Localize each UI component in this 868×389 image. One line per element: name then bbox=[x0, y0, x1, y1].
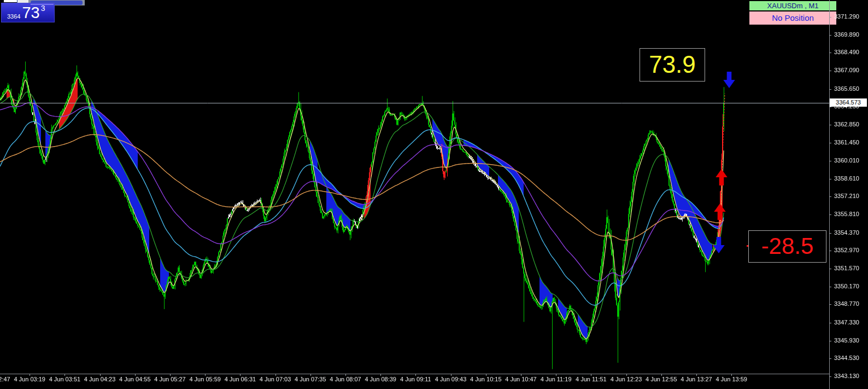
price-axis-label: 3368.490 bbox=[834, 49, 859, 55]
price-axis-tick bbox=[829, 107, 831, 107]
buy-signal-arrow-2 bbox=[714, 204, 726, 222]
time-axis-label: 4 Jun 11:51 bbox=[572, 376, 609, 382]
position-status-badge: No Position bbox=[749, 11, 836, 25]
price-axis-label: 3369.890 bbox=[834, 31, 859, 38]
bid-price-superscript: 3 bbox=[41, 5, 45, 11]
price-axis-tick bbox=[829, 53, 831, 53]
bid-box-highlight bbox=[31, 4, 54, 5]
price-axis-label: 3344.530 bbox=[834, 355, 859, 361]
time-axis-label: 4 Jun 08:07 bbox=[327, 376, 364, 382]
buy-signal-arrow-1 bbox=[715, 169, 728, 188]
price-axis-tick bbox=[829, 35, 831, 36]
time-axis-label: 4 Jun 12:23 bbox=[608, 376, 645, 382]
profit-value-box: 73.9 bbox=[640, 48, 705, 82]
time-axis-label: 4 Jun 11:19 bbox=[537, 376, 574, 382]
price-axis-label: 3343.130 bbox=[834, 373, 859, 379]
price-axis-tick bbox=[829, 323, 831, 323]
price-axis-tick bbox=[829, 304, 831, 305]
price-axis-label: 3355.810 bbox=[834, 211, 859, 217]
price-axis-tick bbox=[829, 269, 831, 269]
price-axis-label: 3348.770 bbox=[834, 300, 859, 307]
time-axis-label: 4 Jun 03:51 bbox=[46, 376, 83, 382]
time-axis-label: 4 Jun 13:27 bbox=[678, 376, 715, 382]
time-axis-label: 4 Jun 09:43 bbox=[432, 376, 470, 382]
time-axis-label: 4 Jun 07:35 bbox=[292, 376, 329, 382]
time-axis-label: 4 Jun 04:23 bbox=[81, 376, 119, 382]
time-axis[interactable]: 4 Jun 02:474 Jun 03:194 Jun 03:514 Jun 0… bbox=[0, 374, 868, 389]
sell-signal-arrow-low bbox=[713, 237, 725, 256]
bid-price-prefix: 3364 bbox=[7, 13, 20, 20]
price-axis-tick bbox=[829, 161, 831, 161]
price-axis-label: 3352.970 bbox=[834, 247, 859, 253]
price-axis-tick bbox=[829, 179, 831, 179]
price-axis-tick bbox=[829, 17, 831, 18]
time-axis-label: 4 Jun 05:59 bbox=[186, 376, 224, 382]
bid-price-box: 3364 73 3 bbox=[1, 3, 55, 22]
price-axis-tick bbox=[829, 196, 831, 197]
price-axis-tick bbox=[829, 125, 831, 125]
time-axis-label: 4 Jun 10:15 bbox=[467, 376, 505, 382]
time-axis-label: 4 Jun 05:27 bbox=[151, 376, 189, 382]
price-axis-tick bbox=[829, 251, 831, 251]
price-axis-tick bbox=[829, 143, 831, 143]
time-axis-label: 4 Jun 06:31 bbox=[221, 376, 259, 382]
red-dot bbox=[747, 245, 748, 247]
price-axis-tick bbox=[829, 287, 831, 287]
price-axis-label: 3361.450 bbox=[834, 139, 859, 146]
price-axis-label: 3347.330 bbox=[834, 319, 859, 326]
price-axis-tick bbox=[829, 71, 831, 71]
price-axis-label: 3354.370 bbox=[834, 229, 859, 236]
bid-price-big: 73 bbox=[22, 5, 39, 20]
price-axis-tick bbox=[829, 376, 831, 377]
price-axis-tick bbox=[829, 89, 831, 90]
price-axis-label: 3351.570 bbox=[834, 265, 859, 271]
price-axis-label: 3360.010 bbox=[834, 157, 859, 164]
time-axis-label: 4 Jun 08:39 bbox=[362, 376, 399, 382]
chart-window: 3364 73 3 XAUUSDm , M1 No Position 73.9 … bbox=[0, 0, 868, 389]
loss-value-box: -28.5 bbox=[748, 230, 826, 263]
window-fragment bbox=[4, 0, 17, 2]
price-axis-tick bbox=[829, 341, 831, 341]
symbol-timeframe-badge: XAUUSDm , M1 bbox=[749, 1, 836, 10]
price-axis-label: 3358.610 bbox=[834, 175, 859, 182]
price-axis-label: 3367.090 bbox=[834, 67, 859, 73]
price-axis-tick bbox=[829, 233, 831, 234]
time-axis-label: 4 Jun 09:11 bbox=[397, 376, 434, 382]
current-price-tag: 3364.573 bbox=[830, 98, 867, 107]
price-chart-canvas[interactable] bbox=[0, 0, 868, 389]
price-axis[interactable]: 3371.2903369.8903368.4903367.0903365.650… bbox=[829, 0, 868, 389]
price-axis-label: 3365.650 bbox=[834, 85, 859, 92]
price-axis-label: 3357.210 bbox=[834, 193, 859, 199]
time-axis-label: 4 Jun 03:19 bbox=[11, 376, 48, 382]
price-axis-tick bbox=[829, 358, 831, 359]
price-axis-label: 3362.850 bbox=[834, 121, 859, 127]
price-axis-label: 3371.290 bbox=[834, 13, 859, 20]
time-axis-label: 4 Jun 04:55 bbox=[116, 376, 154, 382]
price-axis-tick bbox=[829, 214, 831, 215]
sell-signal-arrow-top bbox=[723, 72, 735, 90]
price-axis-label: 3350.170 bbox=[834, 283, 859, 289]
time-axis-label: 4 Jun 13:59 bbox=[713, 376, 750, 382]
time-axis-label: 4 Jun 07:03 bbox=[257, 376, 294, 382]
time-axis-label: 4 Jun 10:47 bbox=[502, 376, 539, 382]
time-axis-label: 4 Jun 12:55 bbox=[643, 376, 680, 382]
price-axis-label: 3345.930 bbox=[834, 337, 859, 344]
